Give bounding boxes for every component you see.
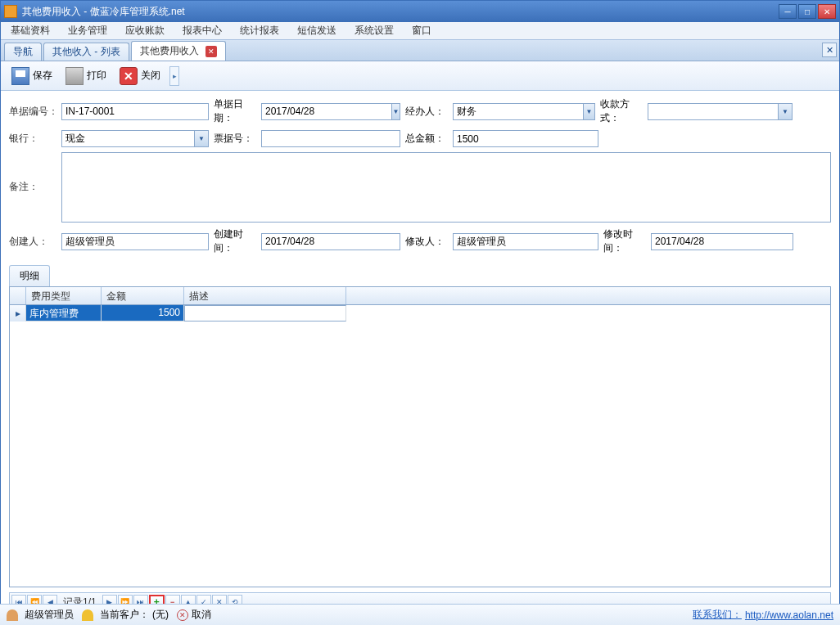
cell-amount[interactable]: 1500 bbox=[102, 305, 184, 321]
tabstrip-close-button[interactable]: ✕ bbox=[822, 43, 837, 57]
grid-header-type[interactable]: 费用类型 bbox=[26, 287, 102, 304]
remark-field[interactable] bbox=[61, 152, 831, 223]
menu-receivable[interactable]: 应收账款 bbox=[120, 22, 169, 39]
tab-label: 其他费用收入 bbox=[140, 44, 199, 58]
menu-sms[interactable]: 短信发送 bbox=[292, 22, 341, 39]
minimize-button[interactable]: ─ bbox=[779, 4, 797, 19]
toolbar-label: 保存 bbox=[33, 69, 52, 83]
menu-settings[interactable]: 系统设置 bbox=[350, 22, 399, 39]
pay-type-label: 收款方式： bbox=[595, 97, 648, 125]
modifier-field bbox=[453, 233, 598, 250]
creator-field bbox=[61, 233, 209, 250]
close-icon: ✕ bbox=[120, 67, 138, 85]
total-label: 总金额： bbox=[400, 132, 453, 146]
status-contact: 联系我们： http://www.aolan.net bbox=[693, 608, 833, 622]
creator-label: 创建人： bbox=[9, 235, 61, 249]
modify-time-field bbox=[651, 233, 793, 250]
grid-header-desc[interactable]: 描述 bbox=[184, 287, 346, 304]
modifier-label: 修改人： bbox=[400, 235, 453, 249]
handler-field[interactable]: ▼ bbox=[453, 103, 595, 120]
doc-date-field[interactable]: ▼ bbox=[261, 103, 400, 120]
tab-label: 导航 bbox=[13, 45, 33, 59]
status-customer: 当前客户： (无) bbox=[82, 608, 169, 622]
chevron-down-icon[interactable]: ▼ bbox=[583, 104, 594, 119]
bank-field[interactable]: ▼ bbox=[61, 130, 209, 147]
pay-type-field[interactable]: ▼ bbox=[648, 103, 793, 120]
save-button[interactable]: 保存 bbox=[6, 63, 58, 89]
app-icon bbox=[4, 5, 17, 18]
modify-time-label: 修改时间： bbox=[598, 227, 651, 255]
remark-label: 备注： bbox=[9, 152, 61, 194]
ticket-no-field[interactable] bbox=[261, 130, 400, 147]
customer-icon bbox=[82, 609, 93, 621]
detail-grid: 费用类型 金额 描述 ▸ 库内管理费 1500 bbox=[9, 286, 831, 587]
row-indicator-icon: ▸ bbox=[10, 305, 26, 321]
total-field[interactable] bbox=[453, 130, 598, 147]
doc-no-field[interactable] bbox=[61, 103, 209, 120]
menu-stat-report[interactable]: 统计报表 bbox=[235, 22, 284, 39]
window-title: 其他费用收入 - 傲蓝冷库管理系统.net bbox=[22, 5, 777, 19]
status-user-name: 超级管理员 bbox=[25, 608, 74, 622]
statusbar: 超级管理员 当前客户： (无) ✕ 取消 联系我们： http://www.ao… bbox=[0, 604, 840, 625]
close-window-button[interactable]: ✕ bbox=[818, 4, 836, 19]
cancel-icon: ✕ bbox=[177, 609, 188, 621]
menu-window[interactable]: 窗口 bbox=[407, 22, 436, 39]
status-cancel-label: 取消 bbox=[192, 608, 211, 622]
print-button[interactable]: 打印 bbox=[60, 63, 112, 89]
tab-other-income-list[interactable]: 其他收入 - 列表 bbox=[43, 43, 129, 61]
grid-header-amount[interactable]: 金额 bbox=[102, 287, 184, 304]
doc-date-label: 单据日期： bbox=[209, 97, 261, 125]
handler-input[interactable] bbox=[454, 104, 583, 119]
tab-navigation[interactable]: 导航 bbox=[4, 43, 42, 61]
document-tabstrip: 导航 其他收入 - 列表 其他费用收入 ✕ ✕ bbox=[1, 40, 839, 61]
status-cancel[interactable]: ✕ 取消 bbox=[177, 608, 211, 622]
create-time-label: 创建时间： bbox=[209, 227, 261, 255]
person-icon bbox=[7, 609, 18, 621]
grid-header-indicator bbox=[10, 287, 26, 304]
toolbar-label: 打印 bbox=[87, 69, 106, 83]
cell-desc[interactable] bbox=[184, 305, 346, 321]
status-customer-value: (无) bbox=[152, 608, 169, 622]
status-customer-label: 当前客户： bbox=[100, 608, 149, 622]
ticket-no-label: 票据号： bbox=[209, 132, 261, 146]
maximize-button[interactable]: □ bbox=[798, 4, 816, 19]
toolbar-chevron[interactable]: ▸ bbox=[169, 66, 179, 86]
tab-label: 其他收入 - 列表 bbox=[52, 45, 120, 59]
pay-type-input[interactable] bbox=[648, 104, 778, 119]
detail-tab-wrap: 明细 bbox=[9, 265, 831, 286]
create-time-field bbox=[261, 233, 400, 250]
contact-link[interactable]: http://www.aolan.net bbox=[745, 609, 833, 621]
chevron-down-icon[interactable]: ▼ bbox=[778, 104, 792, 119]
chevron-down-icon[interactable]: ▼ bbox=[391, 104, 400, 119]
print-icon bbox=[65, 67, 84, 85]
doc-no-label: 单据编号： bbox=[9, 105, 61, 119]
cell-fee-type[interactable]: 库内管理费 bbox=[26, 305, 102, 321]
toolbar: 保存 打印 ✕ 关闭 ▸ bbox=[1, 61, 839, 91]
menu-basic-data[interactable]: 基础资料 bbox=[6, 22, 55, 39]
chevron-down-icon[interactable]: ▼ bbox=[194, 131, 208, 146]
titlebar: 其他费用收入 - 傲蓝冷库管理系统.net ─ □ ✕ bbox=[1, 1, 839, 22]
doc-date-input[interactable] bbox=[262, 104, 391, 119]
grid-header: 费用类型 金额 描述 bbox=[10, 287, 830, 305]
contact-label: 联系我们： bbox=[693, 608, 742, 622]
bank-label: 银行： bbox=[9, 132, 61, 146]
menubar: 基础资料 业务管理 应收账款 报表中心 统计报表 短信发送 系统设置 窗口 bbox=[1, 22, 839, 40]
menu-report-center[interactable]: 报表中心 bbox=[178, 22, 227, 39]
bank-input[interactable] bbox=[62, 131, 194, 146]
toolbar-label: 关闭 bbox=[141, 69, 160, 83]
save-icon bbox=[11, 67, 29, 85]
detail-tab[interactable]: 明细 bbox=[9, 265, 50, 286]
status-user: 超级管理员 bbox=[7, 608, 74, 622]
form-area: 单据编号： 单据日期： ▼ 经办人： ▼ 收款方式： ▼ 银行： ▼ bbox=[1, 91, 839, 263]
tab-close-icon[interactable]: ✕ bbox=[205, 46, 217, 57]
tab-other-expense-income[interactable]: 其他费用收入 ✕ bbox=[131, 41, 226, 61]
close-button[interactable]: ✕ 关闭 bbox=[114, 63, 166, 89]
table-row[interactable]: ▸ 库内管理费 1500 bbox=[10, 305, 830, 321]
menu-business[interactable]: 业务管理 bbox=[63, 22, 112, 39]
handler-label: 经办人： bbox=[400, 105, 453, 119]
